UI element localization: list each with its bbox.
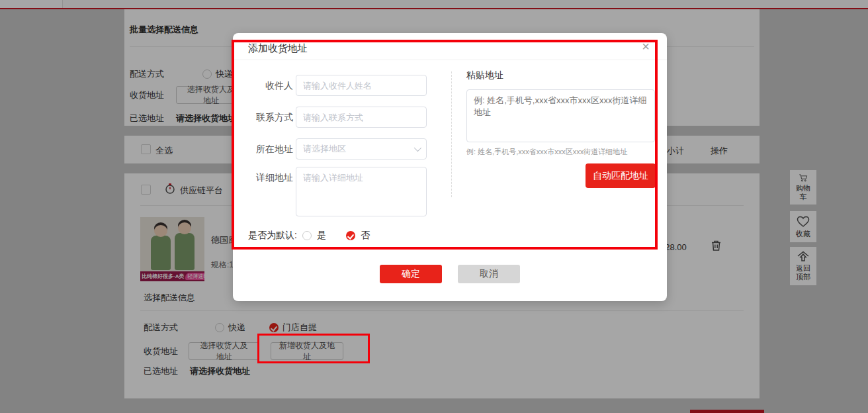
default-no-radio[interactable] (346, 231, 355, 240)
auto-match-button[interactable]: 自动匹配地址 (586, 163, 656, 188)
default-address-row: 是否为默认: 是 否 (248, 230, 370, 242)
divider (233, 60, 667, 60)
default-yes-label[interactable]: 是 (317, 230, 326, 242)
default-yes-radio[interactable] (302, 231, 312, 240)
chevron-down-icon (414, 144, 421, 152)
contact-input[interactable] (296, 107, 427, 128)
modal-footer: 确定 取消 (233, 265, 667, 283)
detail-label: 详细地址 (235, 167, 293, 188)
cancel-button[interactable]: 取消 (458, 265, 520, 283)
paste-address-textarea[interactable] (466, 89, 655, 142)
modal-title: 添加收货地址 (248, 42, 308, 55)
paste-address-hint: 例: 姓名,手机号,xxx省xxx市xxx区xxx街道详细地址 (466, 147, 627, 157)
close-icon[interactable]: × (642, 40, 650, 53)
add-address-modal: 添加收货地址 × 收件人 联系方式 所在地址 请选择地区 详细地址 粘贴地址 例… (233, 33, 667, 301)
default-no-label[interactable]: 否 (361, 230, 370, 242)
default-label: 是否为默认: (248, 230, 297, 242)
region-select-placeholder: 请选择地区 (303, 143, 346, 155)
divider (451, 71, 452, 197)
region-label: 所在地址 (235, 138, 293, 160)
contact-label: 联系方式 (235, 107, 293, 128)
recipient-label: 收件人 (235, 75, 293, 96)
region-select[interactable]: 请选择地区 (296, 138, 427, 160)
recipient-input[interactable] (296, 75, 427, 96)
detail-address-textarea[interactable] (296, 167, 427, 216)
confirm-button[interactable]: 确定 (380, 265, 442, 283)
paste-address-label: 粘贴地址 (466, 69, 503, 81)
